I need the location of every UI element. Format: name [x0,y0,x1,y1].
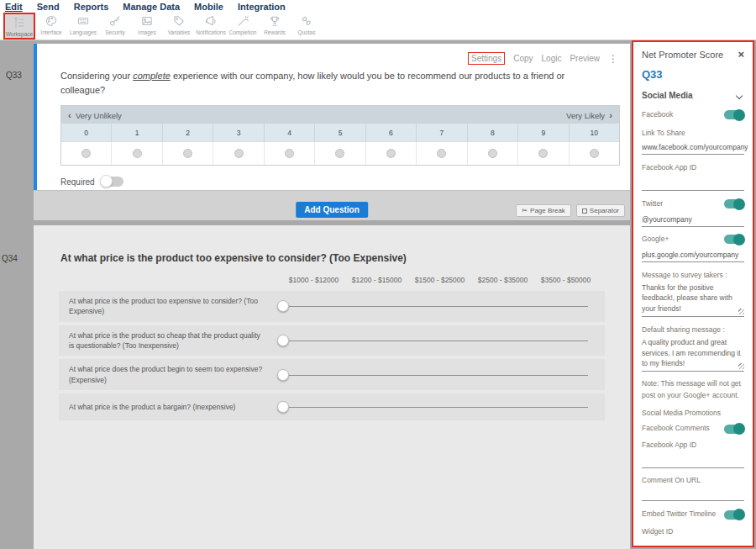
toolbar-workspace-button[interactable]: Workspace [3,13,35,40]
slider [277,335,588,346]
toolbar-languages-button[interactable]: Languages [67,13,99,40]
radio-button[interactable] [133,149,142,158]
toolbar-label: Completion [229,29,257,35]
slider-row: At what price is the product a bargain? … [59,393,605,420]
question-text[interactable]: Considering your complete experience wit… [60,69,596,98]
menu-edit[interactable]: Edit [5,2,23,12]
slider [277,369,588,381]
menu-integration[interactable]: Integration [238,2,286,12]
nps-number: 1 [112,124,162,141]
resize-grip-icon[interactable] [738,363,744,369]
radio-button[interactable] [538,149,548,158]
social-media-section-header[interactable]: Social Media [642,91,744,100]
chevron-down-icon[interactable] [736,92,743,98]
toolbar-rewards-button[interactable]: Rewards [259,13,291,40]
slider-handle[interactable] [277,300,289,312]
sharing-textarea[interactable]: A quality product and great services, I … [642,337,744,372]
toolbar-notifications-button[interactable]: Notifications [195,13,227,40]
section-label: Social Media [642,91,693,100]
slider-track [277,306,588,307]
panel-title: Net Promoter Score [642,50,723,60]
add-question-button[interactable]: Add Question [296,202,368,218]
palette-icon [45,14,58,28]
radio-button[interactable] [386,149,396,158]
slider-handle[interactable] [277,335,289,346]
q34-title[interactable]: At what price is the product too expensi… [60,252,630,264]
copy-button[interactable]: Copy [513,54,533,63]
nps-scale: ‹ Very Unlikely Very Likely › 0 1 2 3 4 … [60,105,620,166]
twitter-handle-input[interactable]: @yourcompany [642,215,744,227]
facebook-comments-toggle[interactable] [724,425,744,434]
menu-mobile[interactable]: Mobile [194,2,223,12]
image-icon [140,14,154,28]
slider-handle[interactable] [277,401,289,413]
nps-number: 2 [163,124,213,141]
more-options-icon[interactable]: ⋮ [608,53,618,65]
toolbar-label: Interface [40,29,61,35]
toolbar-completion-button[interactable]: Completion [227,13,259,40]
slider-row-label: At what price does the product begin to … [69,364,277,385]
google-plus-input[interactable]: plus.google.com/yourcompany [642,251,744,262]
radio-button[interactable] [335,149,344,158]
facebook-comments-row: Facebook Comments [642,424,744,434]
separator-label: Separator [590,207,619,214]
toolbar-variables-button[interactable]: Variables [163,13,195,40]
slider-handle[interactable] [277,369,289,381]
page-break-button[interactable]: ✂Page Break [516,204,571,217]
slider-track [277,340,588,341]
band-right-buttons: ✂Page Break Separator [516,204,625,217]
toolbar-label: Security [105,29,124,35]
chevron-left-icon[interactable]: ‹ [68,110,71,120]
separator-icon [582,209,587,214]
nps-radio-cell [570,142,619,165]
radio-button[interactable] [285,149,294,158]
radio-button[interactable] [81,149,91,158]
nps-number-row: 0 1 2 3 4 5 6 7 8 9 10 [61,124,619,141]
menu-manage-data[interactable]: Manage Data [123,2,180,12]
nps-radio-cell [112,142,162,165]
comment-on-url-input[interactable] [642,490,744,501]
slider [277,300,588,312]
nps-radio-cell [366,142,417,165]
google-plus-toggle[interactable] [724,235,744,244]
page-break-label: Page Break [530,207,565,214]
toolbar-security-button[interactable]: Security [99,13,131,40]
preview-button[interactable]: Preview [570,54,600,63]
widget-id-input[interactable] [642,541,744,547]
toolbar-images-button[interactable]: Images [131,13,163,40]
tag-icon [172,14,186,28]
twitter-toggle[interactable] [724,199,744,209]
slider-row-label: At what price is the product a bargain? … [69,402,277,412]
separator-button[interactable]: Separator [576,204,625,217]
embed-twitter-timeline-label: Embed Twitter Timeline [642,509,716,520]
radio-button[interactable] [234,149,244,158]
toolbar-interface-button[interactable]: Interface [35,13,67,40]
menu-bar: Edit Send Reports Manage Data Mobile Int… [0,0,756,13]
slider-track [277,375,588,376]
message-to-survey-takers-label: Message to survey takers : [642,271,744,279]
settings-button[interactable]: Settings [468,52,505,65]
close-icon[interactable]: × [738,49,744,60]
logic-button[interactable]: Logic [542,54,562,63]
nps-number: 10 [570,124,619,141]
radio-button[interactable] [488,149,497,158]
radio-button[interactable] [437,149,446,158]
link-to-share-input[interactable]: www.facebook.com/yourcompany [642,143,744,155]
toolbar-label: Languages [70,29,97,35]
facebook-app-id-2-input[interactable] [642,455,744,468]
required-toggle[interactable] [102,177,123,187]
radio-button[interactable] [590,149,599,158]
resize-grip-icon[interactable] [738,309,744,314]
menu-send[interactable]: Send [37,2,60,12]
question-text-em: complete [133,71,171,81]
facebook-toggle[interactable] [724,110,744,119]
toolbar-quotas-button[interactable]: Quotas [291,13,323,40]
nps-number: 7 [417,124,467,141]
facebook-app-id-input[interactable] [642,177,744,191]
radio-button[interactable] [183,149,192,158]
chevron-right-icon[interactable]: › [609,110,612,120]
embed-twitter-toggle[interactable] [724,510,744,520]
message-text: Thanks for the positive feedback!, pleas… [642,283,732,314]
message-textarea[interactable]: Thanks for the positive feedback!, pleas… [642,282,744,317]
menu-reports[interactable]: Reports [74,2,109,12]
